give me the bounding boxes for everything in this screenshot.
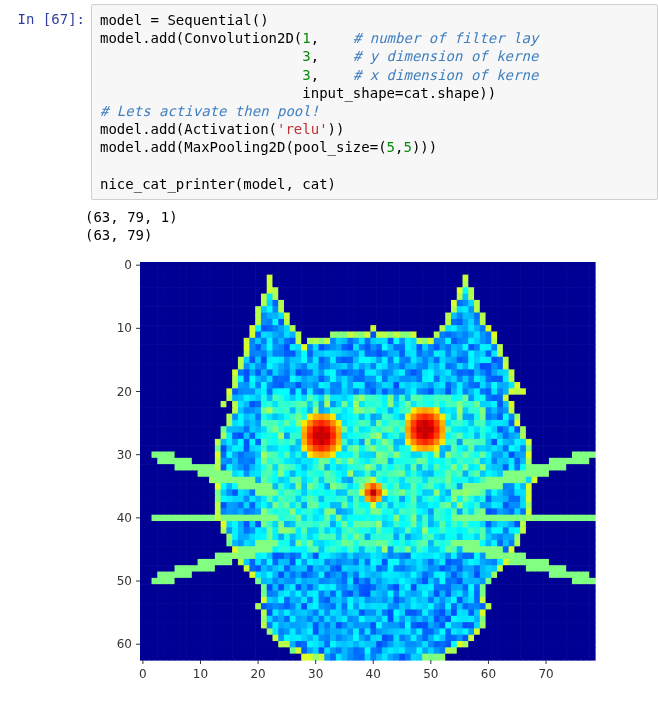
- heatmap-cell: [526, 401, 532, 408]
- heatmap-cell: [255, 281, 261, 288]
- heatmap-cell: [180, 559, 186, 566]
- heatmap-cell: [215, 622, 221, 629]
- heatmap-cell: [370, 275, 376, 282]
- heatmap-cell: [169, 313, 175, 320]
- heatmap-cell: [365, 325, 371, 332]
- heatmap-cell: [215, 565, 221, 572]
- heatmap-cell: [290, 420, 296, 427]
- heatmap-cell: [313, 338, 319, 345]
- heatmap-cell: [175, 275, 181, 282]
- text-output: (63, 79, 1) (63, 79): [0, 200, 658, 244]
- heatmap-cell: [555, 325, 561, 332]
- heatmap-cell: [428, 635, 434, 642]
- heatmap-cell: [457, 591, 463, 598]
- heatmap-cell: [503, 382, 509, 389]
- heatmap-cell: [428, 306, 434, 313]
- heatmap-cell: [267, 629, 273, 636]
- heatmap-cell: [175, 414, 181, 421]
- heatmap-cell: [509, 389, 515, 396]
- heatmap-cell: [313, 477, 319, 484]
- heatmap-cell: [486, 458, 492, 465]
- heatmap-cell: [497, 300, 503, 307]
- heatmap-cell: [509, 439, 515, 446]
- heatmap-cell: [284, 509, 290, 516]
- heatmap-cell: [532, 389, 538, 396]
- heatmap-cell: [572, 445, 578, 452]
- heatmap-cell: [163, 553, 169, 560]
- heatmap-cell: [203, 464, 209, 471]
- heatmap-cell: [509, 269, 515, 276]
- heatmap-cell: [307, 540, 313, 547]
- heatmap-cell: [463, 294, 469, 301]
- heatmap-cell: [157, 616, 163, 623]
- heatmap-cell: [370, 635, 376, 642]
- heatmap-cell: [376, 559, 382, 566]
- heatmap-cell: [261, 376, 267, 383]
- heatmap-cell: [232, 395, 238, 402]
- heatmap-cell: [296, 591, 302, 598]
- heatmap-cell: [393, 483, 399, 490]
- heatmap-cell: [393, 515, 399, 522]
- heatmap-cell: [301, 641, 307, 648]
- heatmap-cell: [319, 357, 325, 364]
- heatmap-cell: [238, 344, 244, 351]
- heatmap-cell: [572, 572, 578, 579]
- heatmap-cell: [543, 445, 549, 452]
- heatmap-cell: [353, 641, 359, 648]
- heatmap-cell: [232, 275, 238, 282]
- heatmap-cell: [267, 313, 273, 320]
- code-input[interactable]: model = Sequential() model.add(Convoluti…: [91, 4, 658, 200]
- heatmap-cell: [439, 458, 445, 465]
- heatmap-cell: [497, 414, 503, 421]
- heatmap-cell: [152, 483, 158, 490]
- heatmap-cell: [578, 496, 584, 503]
- heatmap-cell: [411, 376, 417, 383]
- heatmap-cell: [560, 464, 566, 471]
- heatmap-cell: [583, 319, 589, 326]
- heatmap-cell: [203, 584, 209, 591]
- heatmap-cell: [405, 496, 411, 503]
- heatmap-cell: [370, 521, 376, 528]
- heatmap-cell: [382, 591, 388, 598]
- heatmap-cell: [226, 464, 232, 471]
- heatmap-cell: [336, 534, 342, 541]
- heatmap-cell: [393, 509, 399, 516]
- heatmap-cell: [244, 641, 250, 648]
- heatmap-cell: [491, 464, 497, 471]
- heatmap-cell: [514, 338, 520, 345]
- heatmap-cell: [163, 389, 169, 396]
- heatmap-cell: [388, 502, 394, 509]
- heatmap-cell: [382, 603, 388, 610]
- heatmap-cell: [428, 294, 434, 301]
- heatmap-cell: [405, 603, 411, 610]
- heatmap-cell: [163, 464, 169, 471]
- heatmap-cell: [566, 477, 572, 484]
- heatmap-cell: [532, 325, 538, 332]
- heatmap-cell: [532, 629, 538, 636]
- heatmap-cell: [520, 288, 526, 295]
- heatmap-cell: [439, 376, 445, 383]
- heatmap-cell: [457, 439, 463, 446]
- heatmap-cell: [284, 540, 290, 547]
- heatmap-cell: [203, 502, 209, 509]
- heatmap-cell: [296, 288, 302, 295]
- heatmap-cell: [445, 344, 451, 351]
- heatmap-cell: [532, 332, 538, 339]
- heatmap-cell: [370, 610, 376, 617]
- heatmap-cell: [578, 269, 584, 276]
- heatmap-cell: [537, 439, 543, 446]
- heatmap-cell: [514, 565, 520, 572]
- heatmap-cell: [238, 401, 244, 408]
- heatmap-cell: [272, 439, 278, 446]
- heatmap-cell: [169, 382, 175, 389]
- heatmap-cell: [272, 389, 278, 396]
- heatmap-cell: [572, 262, 578, 269]
- heatmap-cell: [399, 572, 405, 579]
- heatmap-cell: [451, 439, 457, 446]
- heatmap-cell: [221, 376, 227, 383]
- heatmap-cell: [537, 610, 543, 617]
- heatmap-cell: [324, 452, 330, 459]
- heatmap-cell: [474, 433, 480, 440]
- heatmap-cell: [284, 395, 290, 402]
- heatmap-cell: [198, 578, 204, 585]
